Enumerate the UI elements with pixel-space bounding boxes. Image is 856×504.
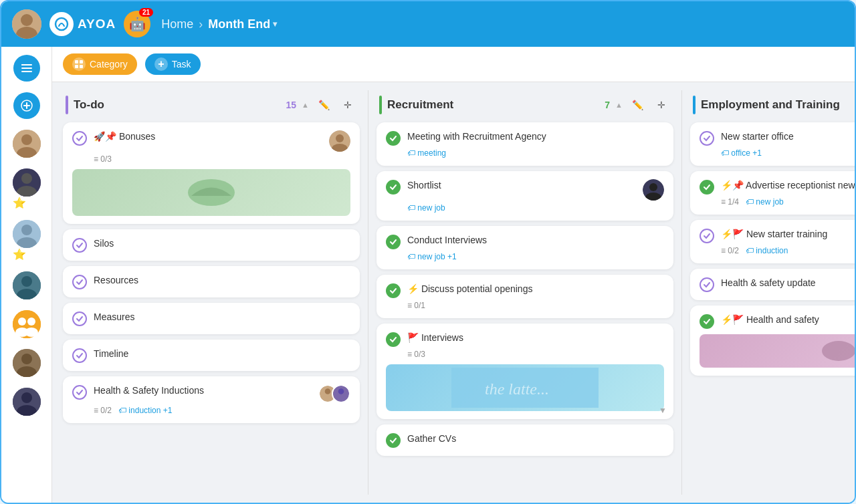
top-nav: AYOA 🤖 21 Home › Month End ▾ xyxy=(1,1,855,47)
svg-point-27 xyxy=(25,328,38,337)
count-arrow-recruitment: ▲ xyxy=(615,101,623,109)
checkbox-bonuses[interactable] xyxy=(72,131,87,146)
svg-rect-37 xyxy=(80,65,83,68)
main-layout: ⭐ ⭐ xyxy=(1,47,855,503)
task-card-measures[interactable]: Measures xyxy=(63,303,360,334)
task-subtask-count-bonuses: ≡ 0/3 xyxy=(94,154,112,164)
task-tag-conduct: 🏷 new job +1 xyxy=(407,252,457,261)
category-label: Category xyxy=(90,59,128,70)
checkbox-hs-inductions[interactable] xyxy=(72,385,87,400)
category-icon xyxy=(72,57,86,71)
breadcrumb-current[interactable]: Month End ▾ xyxy=(208,17,277,31)
svg-point-24 xyxy=(18,318,26,326)
task-card-timeline[interactable]: Timeline xyxy=(63,340,360,371)
task-card-health-safety[interactable]: ⚡🚩 Health and safety xyxy=(690,305,855,376)
sidebar-avatar-6[interactable] xyxy=(13,388,41,416)
column-header-recruitment: Recruitment 7 ▲ ✏️ ✛ xyxy=(371,90,679,120)
edit-column-recruitment[interactable]: ✏️ xyxy=(628,96,647,114)
nav-user-avatar[interactable] xyxy=(12,9,41,39)
task-card-conduct-interviews[interactable]: Conduct Interviews 🏷 new job +1 xyxy=(377,226,673,269)
task-card-advertise[interactable]: ⚡📌 Advertise receptionist new job ≡ 1/4 … xyxy=(690,171,855,215)
sidebar-list-icon[interactable] xyxy=(13,55,40,82)
checkbox-conduct-interviews[interactable] xyxy=(386,235,401,249)
checkbox-advertise[interactable] xyxy=(700,180,714,195)
task-title-interviews: 🚩 Interviews xyxy=(407,332,664,345)
checkbox-shortlist[interactable] xyxy=(386,180,401,195)
svg-point-29 xyxy=(21,354,32,364)
sidebar-avatar-5[interactable] xyxy=(13,349,41,377)
task-card-discuss-openings[interactable]: ⚡ Discuss potential openings ≡ 0/1 xyxy=(377,275,673,318)
task-card-bonuses[interactable]: 🚀📌 Bonuses ≡ 0/3 xyxy=(63,122,360,224)
column-title-recruitment: Recruitment xyxy=(387,98,599,112)
task-title-timeline: Timeline xyxy=(94,348,350,361)
category-button[interactable]: Category xyxy=(63,53,137,75)
sidebar-avatar-2[interactable]: ⭐ xyxy=(13,168,41,209)
ayoa-logo: AYOA xyxy=(49,12,116,36)
svg-point-1 xyxy=(21,14,33,26)
checkbox-measures[interactable] xyxy=(72,311,87,326)
breadcrumb-separator: › xyxy=(199,17,203,31)
task-title-new-starter: New starter office xyxy=(721,130,855,144)
sidebar-avatar-4[interactable] xyxy=(13,271,41,299)
task-card-silos[interactable]: Silos xyxy=(63,229,360,261)
task-count-nst: ≡ 0/2 xyxy=(721,246,739,255)
sidebar-avatar-3[interactable]: ⭐ xyxy=(13,220,41,261)
svg-point-43 xyxy=(325,388,331,394)
add-column-recruitment[interactable]: ✛ xyxy=(652,96,671,114)
checkbox-meeting-agency[interactable] xyxy=(386,131,401,146)
checkbox-silos[interactable] xyxy=(72,238,87,253)
sep-2 xyxy=(681,90,682,495)
svg-point-18 xyxy=(21,225,32,235)
task-card-gather-cvs[interactable]: Gather CVs xyxy=(377,424,673,456)
task-meta-discuss-openings: ≡ 0/1 xyxy=(407,301,664,310)
checkbox-interviews[interactable] xyxy=(386,332,401,347)
task-button[interactable]: + Task xyxy=(145,53,201,75)
column-header-todo: To-do 15 ▲ ✏️ ✛ xyxy=(58,90,365,120)
sidebar-add-icon[interactable] xyxy=(13,92,40,119)
logo-icon xyxy=(49,12,74,36)
task-card-resources[interactable]: Resources xyxy=(63,266,360,297)
checkbox-discuss-openings[interactable] xyxy=(386,283,401,298)
task-card-shortlist[interactable]: Shortlist 🏷 new job xyxy=(377,171,673,221)
task-tag-hs-inductions: 🏷 induction +1 xyxy=(118,406,172,415)
column-employment: Employment and Training New starter offi… xyxy=(685,90,855,495)
task-title-conduct-interviews: Conduct Interviews xyxy=(407,234,664,247)
svg-rect-35 xyxy=(80,60,83,64)
task-card-meeting-agency[interactable]: Meeting with Recruitment Agency 🏷 meetin… xyxy=(377,122,673,166)
svg-rect-5 xyxy=(21,68,32,69)
checkbox-new-starter[interactable] xyxy=(700,131,714,146)
checkbox-hs-update[interactable] xyxy=(700,277,714,292)
notification-button[interactable]: 🤖 21 xyxy=(124,11,150,37)
sidebar-avatar-1[interactable] xyxy=(13,130,41,158)
column-body-employment: New starter office 🏷 office +1 xyxy=(685,120,855,495)
edit-column-todo[interactable]: ✏️ xyxy=(314,96,333,114)
task-title-hs-update: Health & safety update xyxy=(721,277,855,290)
task-image-health-safety xyxy=(700,334,855,368)
add-column-todo[interactable]: ✛ xyxy=(338,96,357,114)
task-card-hs-inductions[interactable]: Health & Safety Inductions ≡ 0/2 🏷 induc… xyxy=(63,376,360,423)
task-card-interviews[interactable]: 🚩 Interviews ≡ 0/3 the latte... ▼ xyxy=(377,324,673,419)
svg-point-45 xyxy=(338,388,344,394)
column-header-employment: Employment and Training xyxy=(685,90,855,120)
breadcrumb-home[interactable]: Home xyxy=(161,17,193,31)
task-count-hs-inductions: ≡ 0/2 xyxy=(94,406,112,415)
column-divider-todo xyxy=(66,96,68,114)
column-recruitment: Recruitment 7 ▲ ✏️ ✛ xyxy=(371,90,679,495)
task-card-hs-update[interactable]: Health & safety update xyxy=(690,269,855,300)
column-body-todo: 🚀📌 Bonuses ≡ 0/3 xyxy=(58,120,365,495)
svg-rect-6 xyxy=(21,71,32,72)
content-area: Category + Task To-do 15 ▲ xyxy=(52,47,855,503)
checkbox-resources[interactable] xyxy=(72,275,87,289)
sidebar-avatar-group[interactable] xyxy=(13,310,41,338)
checkbox-timeline[interactable] xyxy=(72,348,87,363)
checkbox-health-safety[interactable] xyxy=(700,314,714,329)
task-card-new-starter[interactable]: New starter office 🏷 office +1 xyxy=(690,122,855,166)
checkbox-new-starter-training[interactable] xyxy=(700,229,714,243)
task-count-discuss: ≡ 0/1 xyxy=(407,301,425,310)
checkbox-gather-cvs[interactable] xyxy=(386,433,401,448)
task-meta-new-starter: 🏷 office +1 xyxy=(721,148,855,158)
avatar-group-hs xyxy=(318,384,350,403)
count-arrow-todo: ▲ xyxy=(302,101,309,109)
task-meta-shortlist: 🏷 new job xyxy=(407,203,664,213)
task-card-new-starter-training[interactable]: ⚡🚩 New starter training ≡ 0/2 🏷 inductio… xyxy=(690,220,855,263)
